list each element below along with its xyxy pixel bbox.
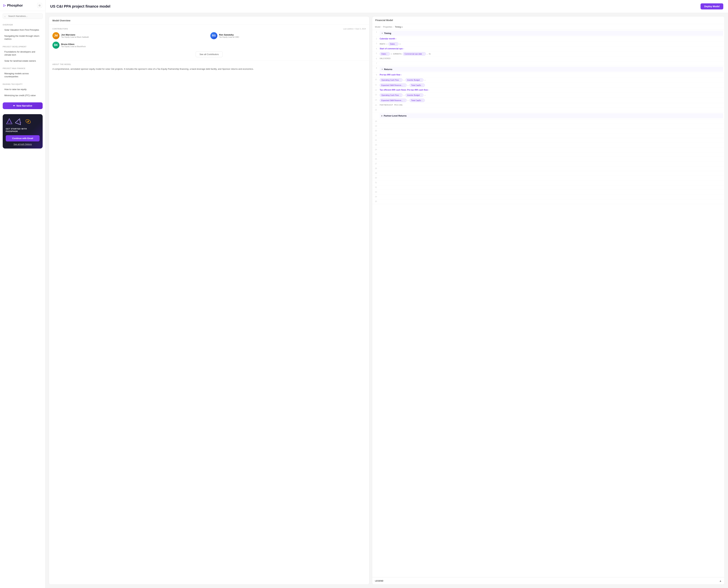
avatar-jon: JM xyxy=(53,32,60,39)
sidebar-item-minimizing-tax[interactable]: Minimizing tax credit (ITC) value xyxy=(3,92,43,98)
app-logo: ▷ Phosphor xyxy=(3,3,23,7)
dash-5: – xyxy=(424,94,425,97)
financial-model-panel: Financial Model Model / Properties / Tim… xyxy=(372,16,725,585)
sidebar-item-solar-land[interactable]: Solar for land/real estate owners xyxy=(3,58,43,64)
promo-icon-3 xyxy=(25,118,32,125)
contributors-grid: JM Jon Marciano Tax Equity Lead at Black… xyxy=(53,32,366,49)
contributor-jon: JM Jon Marciano Tax Equity Lead at Black… xyxy=(53,32,208,39)
search-input[interactable] xyxy=(3,13,43,19)
section-title-overview: Overview xyxy=(3,24,43,26)
row-content-9: Pre-tax IRR cash flow › xyxy=(378,73,725,77)
nav-section-tax-equity: Raising Tax Equity How to raise tax equi… xyxy=(0,81,45,99)
fm-grid: 1 ▼ Timing 2 Calendar month › xyxy=(372,30,725,577)
fm-row-34: 34 xyxy=(372,195,725,200)
tax-efficient-irr-subsection[interactable]: Tax efficient IRR cash flows xyxy=(380,89,406,91)
chip-ocf-1-label: Operating Cash Flow xyxy=(381,79,399,81)
sidebar-item-how-to-raise[interactable]: How to raise tax equity xyxy=(3,87,43,92)
legend-toggle-button[interactable]: ▲ xyxy=(719,580,722,583)
collapse-icon-returns[interactable]: ▼ xyxy=(381,68,383,70)
sidebar-item-foundations[interactable]: Foundations for developers and climate t… xyxy=(3,49,43,58)
row-num-6: 6 xyxy=(372,57,378,61)
new-narrative-button[interactable]: ✏ New Narrative xyxy=(3,102,43,109)
row-num-2: 2 xyxy=(372,37,378,41)
calendar-month-label: Calendar month xyxy=(380,38,395,40)
fm-row-29: 29 xyxy=(372,171,725,176)
row-num-5: 5 xyxy=(372,51,378,56)
fm-row-11: 11 Expected O&M Reserve... ··· – Total C… xyxy=(372,83,725,88)
chip-inverter-budget-2[interactable]: Inverter Budget ··· xyxy=(405,93,424,97)
collapse-icon-timing[interactable]: ▼ xyxy=(381,32,383,34)
row-num-13: 13 xyxy=(372,92,378,97)
sidebar-toggle-button[interactable]: ⊟ xyxy=(37,3,42,8)
fm-row-30: 30 xyxy=(372,176,725,181)
row-num-31: 31 xyxy=(372,181,378,185)
chip-commercial-ops[interactable]: Commercial ops date ··· xyxy=(403,52,426,56)
row-num-3: 3 xyxy=(372,41,378,45)
dash-2: – xyxy=(424,79,425,81)
chip-dates-1-label: Dates xyxy=(390,43,395,45)
chip-capex1-label: Total CapEx xyxy=(411,84,421,86)
sidebar-item-navigating[interactable]: Navigating the model through return metr… xyxy=(3,33,43,42)
chip-om-reserve-1[interactable]: Expected O&M Reserve... ··· xyxy=(380,84,407,87)
timing-section-header: ▼ Timing xyxy=(380,31,723,36)
fm-row-18: 18 xyxy=(372,119,725,124)
chip-total-capex-1[interactable]: Total CapEx ··· xyxy=(409,84,425,87)
pretax-irr-ref[interactable]: Pre-tax IRR cash flow › xyxy=(407,89,429,91)
contributor-ren: RS Ren Sawatzky Tax Equity Lead at CIBC xyxy=(210,32,366,39)
chip-inverter-budget-1[interactable]: Inverter Budget ··· xyxy=(405,78,424,82)
row-num-16: 16 xyxy=(372,108,378,112)
promo-triangle-icon-2 xyxy=(15,118,22,125)
breadcrumb-model[interactable]: Model xyxy=(375,26,381,28)
chip-commercial-ops-label: Commercial ops date xyxy=(404,53,422,55)
fm-row-23: 23 xyxy=(372,143,725,147)
row-num-20: 20 xyxy=(372,129,378,133)
nav-section-overview: Overview Solar Valuation from First Prin… xyxy=(0,21,45,43)
partner-returns-label: Partner-Level Returns xyxy=(384,114,407,117)
financial-model-header: Financial Model xyxy=(372,17,725,24)
contributor-name-bruno: Bruno Kibon xyxy=(61,43,86,45)
fm-row-27: 27 xyxy=(372,162,725,166)
fm-row-3: 3 MONTH ( Dates ··· ) xyxy=(372,41,725,47)
chip-dates-2[interactable]: Dates ··· xyxy=(380,52,390,56)
promo-triangle-icon-1 xyxy=(6,118,13,125)
chip-dates-1[interactable]: Dates ··· xyxy=(388,42,399,46)
breadcrumb-sep-1: / xyxy=(382,26,382,28)
section-title-ma-finance: Project M&A Finance xyxy=(3,67,43,69)
contributor-role-jon: Tax Equity Lead at Black Sabbath xyxy=(61,36,89,38)
chip-total-capex-2[interactable]: Total CapEx ··· xyxy=(409,99,425,102)
contributor-name-jon: Jon Marciano xyxy=(61,34,89,36)
row-num-26: 26 xyxy=(372,157,378,161)
month-formula-close: ) xyxy=(399,43,401,45)
chip-operating-cf-1[interactable]: Operating Cash Flow ··· xyxy=(380,78,403,82)
promo-card: Get Started with Phosphor Continue with … xyxy=(3,114,43,148)
see-all-auth-link[interactable]: See all Auth Options xyxy=(6,143,40,146)
row-content-2: Calendar month › xyxy=(378,37,725,41)
new-narrative-icon: ✏ xyxy=(13,104,15,107)
row-content-7 xyxy=(378,61,725,63)
row-num-21: 21 xyxy=(372,133,378,138)
breadcrumb-timing[interactable]: Timing ▾ xyxy=(395,26,402,28)
row-num-8: 8 xyxy=(372,66,378,70)
breadcrumb-properties[interactable]: Properties xyxy=(383,26,392,28)
collapse-icon-partner[interactable]: ▶ xyxy=(381,115,383,117)
fm-row-20: 20 xyxy=(372,129,725,133)
sidebar-item-managing-models[interactable]: Managing models across counterparties xyxy=(3,71,43,80)
returns-section-header: ▼ Returns xyxy=(380,67,723,72)
see-all-contributors-button[interactable]: See all Contributors xyxy=(196,51,223,57)
calendar-month-subsection[interactable]: Calendar month › xyxy=(380,38,396,40)
last-addition-text: Last addition • Sept 3, 2024 xyxy=(343,28,366,30)
pretax-irr-subsection[interactable]: Pre-tax IRR cash flow › xyxy=(380,74,402,76)
row-content-10: Operating Cash Flow ··· – Inverter Budge… xyxy=(378,78,725,83)
sidebar-item-solar-valuation[interactable]: Solar Valuation from First Principles xyxy=(3,27,43,33)
deploy-model-button[interactable]: Deploy Model xyxy=(701,3,723,9)
row-content-3: MONTH ( Dates ··· ) xyxy=(378,41,725,46)
chip-om-reserve-2[interactable]: Expected O&M Reserve... ··· xyxy=(380,99,407,102)
fm-row-33: 33 xyxy=(372,190,725,195)
chip-operating-cf-2[interactable]: Operating Cash Flow ··· xyxy=(380,93,403,97)
continue-with-email-button[interactable]: Continue with Email xyxy=(6,135,40,142)
commercial-ops-subsection[interactable]: Start of commercial ops › xyxy=(380,47,404,50)
pretax-irr-ref-arrow: › xyxy=(428,89,429,91)
avatar-ren: RS xyxy=(210,32,217,39)
about-text: A comprehensive, annotated sponsor equit… xyxy=(53,67,366,71)
fm-row-6: 6 UNLEVERED xyxy=(372,57,725,61)
